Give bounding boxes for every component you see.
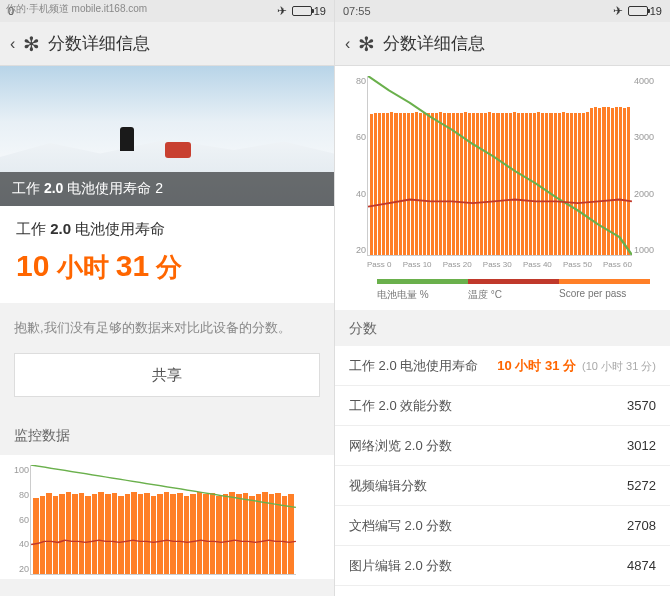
- row-value: 4874: [627, 558, 656, 573]
- hero-label: 工作 2.0 电池使用寿命: [16, 220, 318, 239]
- table-row[interactable]: 工作 2.0 电池使用寿命10 小时 31 分(10 小时 31 分): [335, 346, 670, 386]
- row-label: 工作 2.0 电池使用寿命: [349, 357, 497, 375]
- hero-time: 10 小时 31 分: [16, 249, 318, 285]
- back-icon[interactable]: ‹: [10, 35, 15, 53]
- hero-caption: 工作 2.0 电池使用寿命 2: [0, 172, 334, 206]
- table-row[interactable]: 数据操作分数2768: [335, 586, 670, 596]
- note-text: 抱歉,我们没有足够的数据来对比此设备的分数。: [0, 303, 334, 353]
- battery-pct: 19: [650, 5, 662, 17]
- x-ticks: Pass 0 Pass 10 Pass 20 Pass 30 Pass 40 P…: [367, 260, 632, 269]
- table-row[interactable]: 工作 2.0 效能分数3570: [335, 386, 670, 426]
- back-icon[interactable]: ‹: [345, 35, 350, 53]
- battery-pct: 19: [314, 5, 326, 17]
- right-chart: 80 60 40 20 4000 3000 2000 1000: [335, 66, 670, 310]
- scores-header: 分数: [335, 310, 670, 346]
- title-bar: ‹ 分数详细信息: [0, 22, 334, 66]
- table-row[interactable]: 图片编辑 2.0 分数4874: [335, 546, 670, 586]
- table-row[interactable]: 网络浏览 2.0 分数3012: [335, 426, 670, 466]
- snowflake-icon: [358, 32, 375, 56]
- status-left: 0: [8, 5, 14, 17]
- snowflake-icon: [23, 32, 40, 56]
- table-row[interactable]: 文档编写 2.0 分数2708: [335, 506, 670, 546]
- row-label: 视频编辑分数: [349, 477, 627, 495]
- chart-legend: 电池电量 % 温度 °C Score per pass: [377, 279, 650, 302]
- left-chart: 100 80 60 40 20: [0, 455, 334, 579]
- hero-card: 工作 2.0 电池使用寿命 2 工作 2.0 电池使用寿命 10 小时 31 分: [0, 66, 334, 303]
- battery-indicator: 19: [628, 5, 662, 17]
- share-button[interactable]: 共享: [14, 353, 320, 397]
- status-bar: 07:55 19: [335, 0, 670, 22]
- left-pane: 0 19 ‹ 分数详细信息 工作 2.0 电池使用寿命 2: [0, 0, 335, 596]
- status-time: 07:55: [343, 5, 371, 17]
- monitor-header: 监控数据: [0, 415, 334, 455]
- table-row[interactable]: 视频编辑分数5272: [335, 466, 670, 506]
- row-value: 5272: [627, 478, 656, 493]
- row-value: 10 小时 31 分(10 小时 31 分): [497, 357, 656, 375]
- score-table: 工作 2.0 电池使用寿命10 小时 31 分(10 小时 31 分)工作 2.…: [335, 346, 670, 596]
- row-label: 工作 2.0 效能分数: [349, 397, 627, 415]
- title-bar: ‹ 分数详细信息: [335, 22, 670, 66]
- airplane-icon: [613, 4, 623, 18]
- battery-indicator: 19: [292, 5, 326, 17]
- row-value: 3012: [627, 438, 656, 453]
- row-label: 图片编辑 2.0 分数: [349, 557, 627, 575]
- page-title: 分数详细信息: [383, 32, 485, 55]
- row-value: 2708: [627, 518, 656, 533]
- row-value: 3570: [627, 398, 656, 413]
- page-title: 分数详细信息: [48, 32, 150, 55]
- row-label: 网络浏览 2.0 分数: [349, 437, 627, 455]
- status-bar: 0 19: [0, 0, 334, 22]
- row-label: 文档编写 2.0 分数: [349, 517, 627, 535]
- hero-image: 工作 2.0 电池使用寿命 2: [0, 66, 334, 206]
- airplane-icon: [277, 4, 287, 18]
- right-pane: 07:55 19 ‹ 分数详细信息 80 60 40 20 4000: [335, 0, 670, 596]
